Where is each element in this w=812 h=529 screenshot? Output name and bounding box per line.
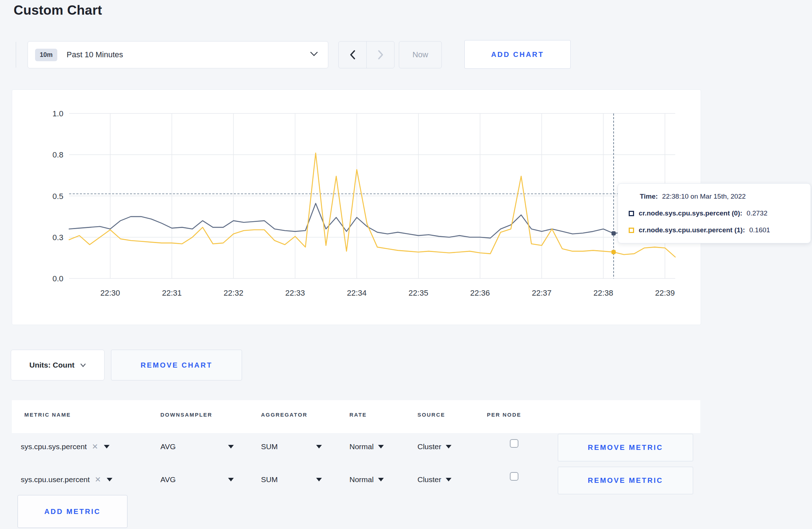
svg-text:22:38: 22:38 xyxy=(594,288,613,297)
downsampler-dropdown[interactable]: AVG xyxy=(160,438,234,455)
chevron-left-icon xyxy=(350,50,356,59)
aggregator-dropdown[interactable]: SUM xyxy=(261,471,322,488)
remove-metric-button[interactable]: REMOVE METRIC xyxy=(558,434,693,461)
remove-chart-button[interactable]: REMOVE CHART xyxy=(111,350,242,380)
tooltip-series-value: 0.2732 xyxy=(746,209,767,217)
tooltip-series-label: cr.node.sys.cpu.user.percent (1): xyxy=(639,226,745,234)
svg-text:22:30: 22:30 xyxy=(100,288,120,297)
header-per-node: PER NODE xyxy=(487,412,521,418)
units-label: Units: Count xyxy=(29,361,74,369)
add-chart-button[interactable]: ADD CHART xyxy=(464,40,571,69)
prev-time-button[interactable] xyxy=(339,42,366,68)
metric-name-value: sys.cpu.user.percent xyxy=(21,475,90,484)
svg-text:0.5: 0.5 xyxy=(52,192,63,201)
sys-series-swatch-icon xyxy=(629,211,634,216)
svg-text:22:33: 22:33 xyxy=(285,288,305,297)
controls-divider xyxy=(16,42,16,68)
downsampler-value: AVG xyxy=(160,442,176,451)
page-title: Custom Chart xyxy=(14,3,102,18)
source-dropdown[interactable]: Cluster xyxy=(417,471,451,488)
caret-down-icon xyxy=(228,445,234,448)
caret-down-icon xyxy=(378,445,384,448)
svg-text:22:37: 22:37 xyxy=(532,288,551,297)
svg-text:22:36: 22:36 xyxy=(470,288,490,297)
time-range-label: Past 10 Minutes xyxy=(67,50,123,59)
header-metric-name: METRIC NAME xyxy=(24,412,71,418)
add-metric-button[interactable]: ADD METRIC xyxy=(18,495,127,528)
aggregator-value: SUM xyxy=(261,442,278,451)
chevron-right-icon xyxy=(378,50,383,59)
caret-down-icon xyxy=(316,445,322,448)
now-button[interactable]: Now xyxy=(399,41,442,68)
svg-text:22:32: 22:32 xyxy=(224,288,243,297)
chart-tooltip: Time: 22:38:10 on Mar 15th, 2022 cr.node… xyxy=(618,183,811,243)
source-value: Cluster xyxy=(417,475,441,484)
rate-dropdown[interactable]: Normal xyxy=(349,471,384,488)
header-downsampler: DOWNSAMPLER xyxy=(160,412,212,418)
next-time-button[interactable] xyxy=(366,42,394,68)
custom-chart-page: Custom Chart 10m Past 10 Minutes Now ADD… xyxy=(0,0,812,529)
svg-text:22:35: 22:35 xyxy=(409,288,428,297)
svg-text:1.0: 1.0 xyxy=(52,109,63,118)
aggregator-dropdown[interactable]: SUM xyxy=(261,438,322,455)
caret-down-icon xyxy=(316,478,322,481)
metric-name-dropdown[interactable]: sys.cpu.sys.percent ✕ xyxy=(21,438,110,455)
source-dropdown[interactable]: Cluster xyxy=(417,438,451,455)
svg-text:0.3: 0.3 xyxy=(52,233,63,242)
chevron-down-icon xyxy=(310,52,318,58)
time-range-badge: 10m xyxy=(35,49,57,61)
tooltip-time-label: Time: xyxy=(640,193,658,200)
remove-metric-button[interactable]: REMOVE METRIC xyxy=(558,467,693,494)
svg-text:22:34: 22:34 xyxy=(347,288,367,297)
chevron-down-icon xyxy=(80,363,86,367)
svg-text:0.0: 0.0 xyxy=(52,274,63,283)
timeseries-chart[interactable]: 0.00.30.50.81.022:3022:3122:3222:3322:34… xyxy=(12,90,701,325)
header-rate: RATE xyxy=(349,412,367,418)
header-aggregator: AGGREGATOR xyxy=(261,412,308,418)
tooltip-time-value: 22:38:10 on Mar 15th, 2022 xyxy=(662,193,745,200)
aggregator-value: SUM xyxy=(261,475,278,484)
source-value: Cluster xyxy=(417,442,441,451)
per-node-checkbox[interactable] xyxy=(510,472,518,481)
caret-down-icon[interactable] xyxy=(104,445,110,448)
per-node-checkbox[interactable] xyxy=(510,439,518,448)
tooltip-series-row: cr.node.sys.cpu.sys.percent (0): 0.2732 xyxy=(629,209,800,217)
svg-text:0.8: 0.8 xyxy=(52,150,63,159)
downsampler-value: AVG xyxy=(160,475,176,484)
caret-down-icon xyxy=(378,478,384,481)
caret-down-icon xyxy=(446,445,451,448)
caret-down-icon[interactable] xyxy=(107,478,112,481)
tooltip-series-label: cr.node.sys.cpu.sys.percent (0): xyxy=(639,209,742,217)
downsampler-dropdown[interactable]: AVG xyxy=(160,471,234,488)
caret-down-icon xyxy=(446,478,451,481)
metric-name-value: sys.cpu.sys.percent xyxy=(21,442,87,451)
tooltip-series-value: 0.1601 xyxy=(749,226,770,234)
rate-dropdown[interactable]: Normal xyxy=(349,438,384,455)
tooltip-time-row: Time: 22:38:10 on Mar 15th, 2022 xyxy=(629,193,800,200)
caret-down-icon xyxy=(228,478,234,481)
units-selector[interactable]: Units: Count xyxy=(11,350,105,380)
svg-text:22:39: 22:39 xyxy=(655,288,675,297)
svg-text:22:31: 22:31 xyxy=(162,288,182,297)
metric-name-dropdown[interactable]: sys.cpu.user.percent ✕ xyxy=(21,471,112,488)
time-nav-group xyxy=(338,41,395,68)
clear-metric-icon[interactable]: ✕ xyxy=(92,442,98,451)
time-range-selector[interactable]: 10m Past 10 Minutes xyxy=(28,41,328,68)
tooltip-series-row: cr.node.sys.cpu.user.percent (1): 0.1601 xyxy=(629,226,800,234)
chart-card: 0.00.30.50.81.022:3022:3122:3222:3322:34… xyxy=(12,89,701,325)
user-series-swatch-icon xyxy=(629,228,634,233)
rate-value: Normal xyxy=(349,442,374,451)
clear-metric-icon[interactable]: ✕ xyxy=(95,475,101,484)
header-source: SOURCE xyxy=(417,412,445,418)
rate-value: Normal xyxy=(349,475,374,484)
